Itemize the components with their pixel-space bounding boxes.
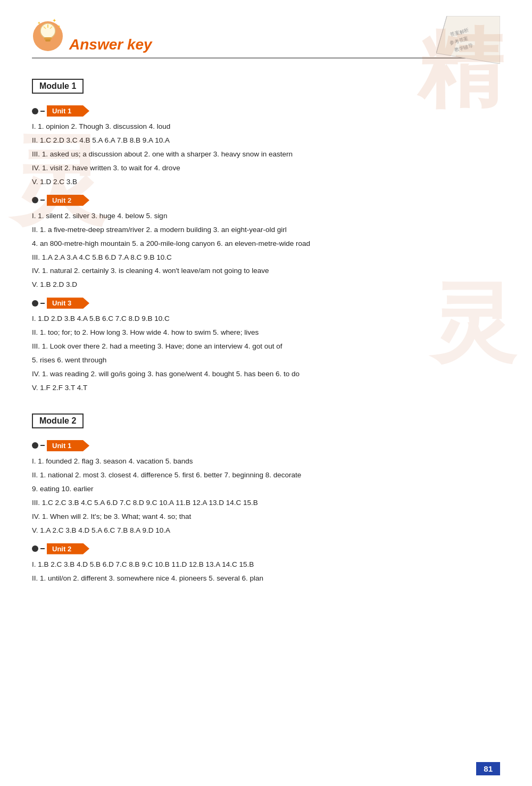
unit-2-badge: Unit 2: [32, 195, 500, 206]
unit2-line-5: V. 1.B 2.D 3.D: [32, 279, 500, 291]
unit-3-content: I. 1.D 2.D 3.B 4.A 5.B 6.C 7.C 8.D 9.B 1…: [32, 313, 500, 394]
svg-text:✦: ✦: [52, 18, 56, 23]
unit-1-dot: [32, 108, 38, 114]
unit2-line-1: II. 1. a five-metre-deep stream/river 2.…: [32, 224, 500, 236]
mod2-unit1-line-5: V. 1.A 2.C 3.B 4.D 5.A 6.C 7.B 8.A 9.D 1…: [32, 525, 500, 537]
mod2-unit2-line-0: I. 1.B 2.C 3.B 4.D 5.B 6.D 7.C 8.B 9.C 1…: [32, 559, 500, 571]
unit-2-content: I. 1. silent 2. silver 3. huge 4. below …: [32, 210, 500, 292]
mod2-unit-1-badge: Unit 1: [32, 440, 500, 451]
unit1-line-1: II. 1.C 2.D 3.C 4.B 5.A 6.A 7.B 8.B 9.A …: [32, 135, 500, 147]
unit2-line-4: IV. 1. natural 2. certainly 3. is cleani…: [32, 265, 500, 277]
mod2-unit1-line-1: II. 1. national 2. most 3. closest 4. di…: [32, 469, 500, 482]
unit1-line-2: III. 1. asked us; a discussion about 2. …: [32, 148, 500, 161]
page: 精 灵 灵 答案解析 参考答案 教学辅导: [0, 0, 532, 786]
svg-text:✦: ✦: [37, 21, 41, 26]
unit1-line-0: I. 1. opinion 2. Though 3. discussion 4.…: [32, 121, 500, 133]
unit-1-content: I. 1. opinion 2. Though 3. discussion 4.…: [32, 121, 500, 188]
unit-3-badge: Unit 3: [32, 297, 500, 309]
mod2-unit-2-label: Unit 2: [47, 543, 89, 555]
unit-2-label: Unit 2: [47, 195, 89, 206]
bulb-icon: ✦ ✦ ✦: [32, 16, 64, 53]
unit-3-dot: [32, 300, 38, 307]
unit3-line-5: V. 1.F 2.F 3.T 4.T: [32, 382, 500, 394]
unit-1-label: Unit 1: [47, 105, 89, 117]
logo-area: ✦ ✦ ✦: [32, 16, 64, 53]
mod2-unit-1-label: Unit 1: [47, 440, 89, 451]
module-2-label: Module 2: [32, 413, 84, 428]
mod2-unit-1-dot: [32, 442, 38, 449]
unit-1-badge: Unit 1: [32, 105, 500, 117]
svg-text:✦: ✦: [57, 24, 61, 28]
unit1-line-4: V. 1.D 2.C 3.B: [32, 176, 500, 188]
unit2-line-2: 4. an 800-metre-high mountain 5. a 200-m…: [32, 238, 500, 250]
mod2-unit-2-content: I. 1.B 2.C 3.B 4.D 5.B 6.D 7.C 8.B 9.C 1…: [32, 559, 500, 585]
mod2-unit1-line-3: III. 1.C 2.C 3.B 4.C 5.A 6.D 7.C 8.D 9.C…: [32, 497, 500, 509]
answer-key-title: Answer key: [69, 36, 152, 53]
mod2-unit2-line-1: II. 1. until/on 2. different 3. somewher…: [32, 573, 500, 585]
mod2-unit1-line-0: I. 1. founded 2. flag 3. season 4. vacat…: [32, 456, 500, 468]
svg-rect-8: [45, 39, 51, 42]
mod2-unit-2-dot: [32, 545, 38, 552]
unit3-line-2: III. 1. Look over there 2. had a meeting…: [32, 341, 500, 353]
unit2-line-0: I. 1. silent 2. silver 3. huge 4. below …: [32, 210, 500, 222]
unit2-line-3: III. 1.A 2.A 3.A 4.C 5.B 6.D 7.A 8.C 9.B…: [32, 252, 500, 264]
unit1-line-3: IV. 1. visit 2. have written 3. to wait …: [32, 162, 500, 175]
mod2-unit-1-content: I. 1. founded 2. flag 3. season 4. vacat…: [32, 456, 500, 537]
module-2: Module 2 Unit 1 I. 1. founded 2. flag 3.…: [32, 404, 500, 585]
unit3-line-1: II. 1. too; for; to 2. How long 3. How w…: [32, 327, 500, 339]
module-1: Module 1 Unit 1 I. 1. opinion 2. Though …: [32, 69, 500, 394]
mod2-unit-2-badge: Unit 2: [32, 543, 500, 555]
unit3-line-3: 5. rises 6. went through: [32, 354, 500, 367]
page-number: 81: [476, 762, 500, 775]
module-1-label: Module 1: [32, 79, 84, 94]
unit3-line-0: I. 1.D 2.D 3.B 4.A 5.B 6.C 7.C 8.D 9.B 1…: [32, 313, 500, 325]
unit-2-dot: [32, 197, 38, 203]
unit3-line-4: IV. 1. was reading 2. will go/is going 3…: [32, 368, 500, 380]
top-right-decoration: 答案解析 参考答案 教学辅导: [436, 16, 500, 64]
mod2-unit1-line-2: 9. eating 10. earlier: [32, 483, 500, 495]
unit-3-label: Unit 3: [47, 297, 89, 309]
mod2-unit1-line-4: IV. 1. When will 2. It's; be 3. What; wa…: [32, 511, 500, 523]
header: ✦ ✦ ✦ Answer key: [32, 16, 500, 59]
